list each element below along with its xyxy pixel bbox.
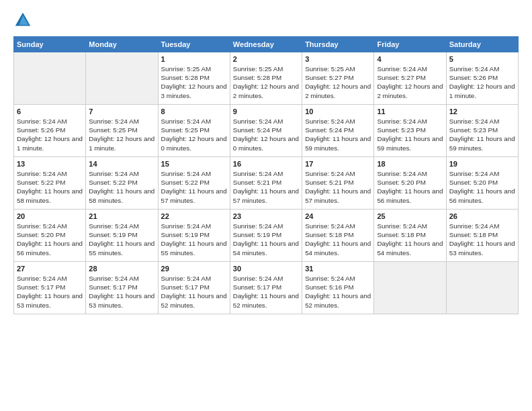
calendar-table: SundayMondayTuesdayWednesdayThursdayFrid…: [13, 36, 519, 314]
calendar-cell: 31Sunrise: 5:24 AM Sunset: 5:16 PM Dayli…: [302, 262, 374, 314]
calendar-body: 1Sunrise: 5:25 AM Sunset: 5:28 PM Daylig…: [14, 52, 519, 314]
calendar-cell: 2Sunrise: 5:25 AM Sunset: 5:28 PM Daylig…: [230, 52, 302, 105]
day-number: 8: [161, 107, 227, 116]
day-info: Sunrise: 5:24 AM Sunset: 5:22 PM Dayligh…: [161, 169, 227, 205]
day-number: 18: [377, 160, 443, 168]
calendar-cell: 3Sunrise: 5:25 AM Sunset: 5:27 PM Daylig…: [302, 52, 374, 105]
calendar-cell: 28Sunrise: 5:24 AM Sunset: 5:17 PM Dayli…: [86, 262, 158, 314]
day-info: Sunrise: 5:24 AM Sunset: 5:26 PM Dayligh…: [17, 117, 83, 152]
day-number: 19: [449, 160, 515, 168]
day-info: Sunrise: 5:24 AM Sunset: 5:17 PM Dayligh…: [161, 274, 227, 310]
week-row-3: 20Sunrise: 5:24 AM Sunset: 5:20 PM Dayli…: [14, 210, 519, 262]
calendar-cell: 24Sunrise: 5:24 AM Sunset: 5:18 PM Dayli…: [302, 210, 374, 262]
day-number: 30: [233, 265, 299, 273]
day-number: 6: [17, 107, 83, 116]
logo: [13, 11, 35, 30]
calendar-cell: 13Sunrise: 5:24 AM Sunset: 5:22 PM Dayli…: [14, 157, 86, 210]
day-number: 29: [161, 265, 227, 273]
day-info: Sunrise: 5:24 AM Sunset: 5:20 PM Dayligh…: [377, 169, 443, 205]
day-number: 4: [377, 55, 443, 63]
day-number: 11: [377, 107, 443, 116]
day-info: Sunrise: 5:24 AM Sunset: 5:24 PM Dayligh…: [305, 117, 371, 152]
day-info: Sunrise: 5:24 AM Sunset: 5:23 PM Dayligh…: [449, 117, 515, 152]
day-info: Sunrise: 5:25 AM Sunset: 5:28 PM Dayligh…: [233, 64, 299, 100]
calendar-cell: 25Sunrise: 5:24 AM Sunset: 5:18 PM Dayli…: [374, 210, 446, 262]
calendar-cell: 18Sunrise: 5:24 AM Sunset: 5:20 PM Dayli…: [374, 157, 446, 210]
weekday-header-wednesday: Wednesday: [230, 37, 302, 52]
day-number: 31: [305, 265, 371, 273]
calendar-cell: 26Sunrise: 5:24 AM Sunset: 5:18 PM Dayli…: [446, 210, 518, 262]
calendar-cell: 15Sunrise: 5:24 AM Sunset: 5:22 PM Dayli…: [158, 157, 230, 210]
day-number: 17: [305, 160, 371, 168]
calendar-cell: 4Sunrise: 5:24 AM Sunset: 5:27 PM Daylig…: [374, 52, 446, 105]
day-info: Sunrise: 5:24 AM Sunset: 5:18 PM Dayligh…: [449, 222, 515, 257]
calendar-header: SundayMondayTuesdayWednesdayThursdayFrid…: [14, 37, 519, 52]
calendar-cell: 11Sunrise: 5:24 AM Sunset: 5:23 PM Dayli…: [374, 105, 446, 157]
day-number: 27: [17, 265, 83, 273]
day-info: Sunrise: 5:24 AM Sunset: 5:21 PM Dayligh…: [305, 169, 371, 205]
day-info: Sunrise: 5:24 AM Sunset: 5:26 PM Dayligh…: [449, 64, 515, 100]
weekday-header-monday: Monday: [86, 37, 158, 52]
day-info: Sunrise: 5:25 AM Sunset: 5:27 PM Dayligh…: [305, 64, 371, 100]
calendar-cell: 1Sunrise: 5:25 AM Sunset: 5:28 PM Daylig…: [158, 52, 230, 105]
day-number: 10: [305, 107, 371, 116]
calendar-cell: 8Sunrise: 5:24 AM Sunset: 5:25 PM Daylig…: [158, 105, 230, 157]
week-row-4: 27Sunrise: 5:24 AM Sunset: 5:17 PM Dayli…: [14, 262, 519, 314]
day-info: Sunrise: 5:24 AM Sunset: 5:27 PM Dayligh…: [377, 64, 443, 100]
day-number: 16: [233, 160, 299, 168]
day-info: Sunrise: 5:24 AM Sunset: 5:18 PM Dayligh…: [377, 222, 443, 257]
day-number: 7: [89, 107, 154, 116]
day-number: 23: [233, 212, 299, 220]
calendar-cell: [86, 52, 158, 105]
day-info: Sunrise: 5:24 AM Sunset: 5:25 PM Dayligh…: [161, 117, 227, 152]
weekday-header-saturday: Saturday: [446, 37, 518, 52]
logo-icon: [13, 11, 32, 30]
weekday-header-tuesday: Tuesday: [158, 37, 230, 52]
day-number: 20: [17, 212, 83, 220]
calendar-cell: [374, 262, 446, 314]
day-info: Sunrise: 5:24 AM Sunset: 5:18 PM Dayligh…: [305, 222, 371, 257]
week-row-2: 13Sunrise: 5:24 AM Sunset: 5:22 PM Dayli…: [14, 157, 519, 210]
calendar-cell: 23Sunrise: 5:24 AM Sunset: 5:19 PM Dayli…: [230, 210, 302, 262]
calendar-cell: 9Sunrise: 5:24 AM Sunset: 5:24 PM Daylig…: [230, 105, 302, 157]
day-info: Sunrise: 5:24 AM Sunset: 5:22 PM Dayligh…: [89, 169, 154, 205]
day-info: Sunrise: 5:24 AM Sunset: 5:20 PM Dayligh…: [449, 169, 515, 205]
day-number: 14: [89, 160, 154, 168]
calendar-cell: 6Sunrise: 5:24 AM Sunset: 5:26 PM Daylig…: [14, 105, 86, 157]
calendar-cell: 5Sunrise: 5:24 AM Sunset: 5:26 PM Daylig…: [446, 52, 518, 105]
calendar-cell: 22Sunrise: 5:24 AM Sunset: 5:19 PM Dayli…: [158, 210, 230, 262]
calendar-cell: 27Sunrise: 5:24 AM Sunset: 5:17 PM Dayli…: [14, 262, 86, 314]
day-number: 26: [449, 212, 515, 220]
day-info: Sunrise: 5:24 AM Sunset: 5:16 PM Dayligh…: [305, 274, 371, 310]
day-info: Sunrise: 5:24 AM Sunset: 5:17 PM Dayligh…: [233, 274, 299, 310]
day-info: Sunrise: 5:24 AM Sunset: 5:22 PM Dayligh…: [17, 169, 83, 205]
weekday-header-thursday: Thursday: [302, 37, 374, 52]
weekday-header-friday: Friday: [374, 37, 446, 52]
weekday-header-sunday: Sunday: [14, 37, 86, 52]
day-info: Sunrise: 5:24 AM Sunset: 5:19 PM Dayligh…: [161, 222, 227, 257]
page: SundayMondayTuesdayWednesdayThursdayFrid…: [0, 0, 532, 321]
day-info: Sunrise: 5:24 AM Sunset: 5:24 PM Dayligh…: [233, 117, 299, 152]
day-number: 15: [161, 160, 227, 168]
calendar-cell: 21Sunrise: 5:24 AM Sunset: 5:19 PM Dayli…: [86, 210, 158, 262]
week-row-1: 6Sunrise: 5:24 AM Sunset: 5:26 PM Daylig…: [14, 105, 519, 157]
calendar-cell: 14Sunrise: 5:24 AM Sunset: 5:22 PM Dayli…: [86, 157, 158, 210]
day-number: 28: [89, 265, 154, 273]
day-info: Sunrise: 5:25 AM Sunset: 5:28 PM Dayligh…: [161, 64, 227, 100]
calendar-cell: [14, 52, 86, 105]
calendar-cell: 19Sunrise: 5:24 AM Sunset: 5:20 PM Dayli…: [446, 157, 518, 210]
day-number: 24: [305, 212, 371, 220]
day-number: 3: [305, 55, 371, 63]
day-info: Sunrise: 5:24 AM Sunset: 5:21 PM Dayligh…: [233, 169, 299, 205]
calendar-cell: 20Sunrise: 5:24 AM Sunset: 5:20 PM Dayli…: [14, 210, 86, 262]
day-number: 25: [377, 212, 443, 220]
header: [13, 11, 519, 30]
day-info: Sunrise: 5:24 AM Sunset: 5:20 PM Dayligh…: [17, 222, 83, 257]
day-number: 1: [161, 55, 227, 63]
calendar-cell: 16Sunrise: 5:24 AM Sunset: 5:21 PM Dayli…: [230, 157, 302, 210]
calendar-cell: 30Sunrise: 5:24 AM Sunset: 5:17 PM Dayli…: [230, 262, 302, 314]
day-info: Sunrise: 5:24 AM Sunset: 5:25 PM Dayligh…: [89, 117, 154, 152]
calendar-cell: [446, 262, 518, 314]
calendar-cell: 7Sunrise: 5:24 AM Sunset: 5:25 PM Daylig…: [86, 105, 158, 157]
calendar-cell: 12Sunrise: 5:24 AM Sunset: 5:23 PM Dayli…: [446, 105, 518, 157]
